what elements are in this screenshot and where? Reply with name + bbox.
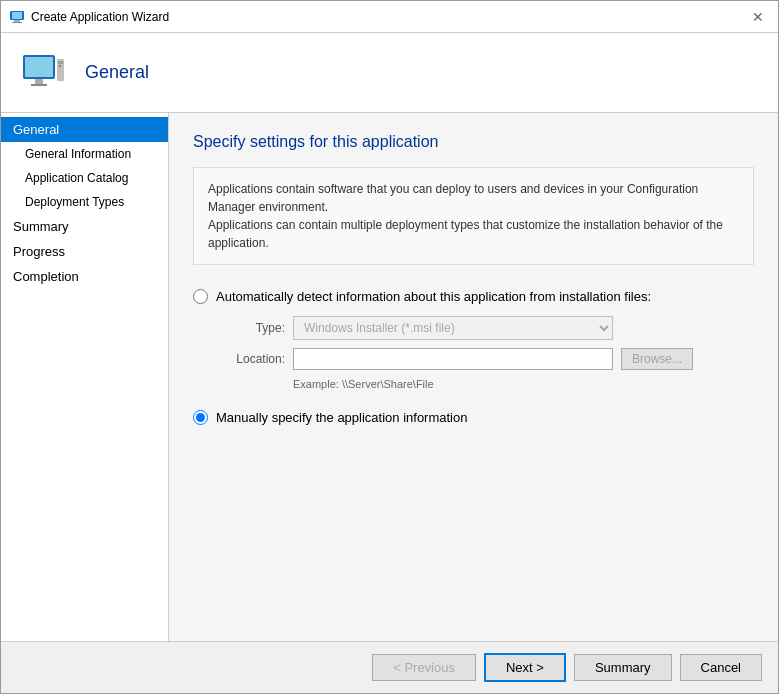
example-text: Example: \\Server\Share\File — [293, 378, 754, 390]
manual-radio[interactable] — [193, 410, 208, 425]
auto-detect-section: Automatically detect information about t… — [193, 289, 754, 390]
type-label: Type: — [215, 321, 285, 335]
description-line2: Applications can contain multiple deploy… — [208, 218, 723, 250]
auto-detect-radio[interactable] — [193, 289, 208, 304]
sidebar-item-application-catalog[interactable]: Application Catalog — [1, 166, 168, 190]
sidebar-item-general-information[interactable]: General Information — [1, 142, 168, 166]
content-area: Specify settings for this application Ap… — [169, 113, 778, 641]
svg-point-10 — [59, 65, 61, 67]
svg-rect-6 — [35, 79, 43, 84]
main-content: General General Information Application … — [1, 113, 778, 641]
header-title: General — [85, 62, 149, 83]
summary-button[interactable]: Summary — [574, 654, 672, 681]
sidebar-item-completion[interactable]: Completion — [1, 264, 168, 289]
sidebar-item-summary[interactable]: Summary — [1, 214, 168, 239]
auto-detect-label[interactable]: Automatically detect information about t… — [216, 289, 651, 304]
title-bar: Create Application Wizard ✕ — [1, 1, 778, 33]
close-button[interactable]: ✕ — [746, 7, 770, 27]
window-icon — [9, 9, 25, 25]
title-bar-left: Create Application Wizard — [9, 9, 169, 25]
svg-rect-7 — [31, 84, 47, 86]
type-field-row: Type: Windows Installer (*.msi file) — [215, 316, 754, 340]
description-box: Applications contain software that you c… — [193, 167, 754, 265]
footer: < Previous Next > Summary Cancel — [1, 641, 778, 693]
location-input[interactable] — [293, 348, 613, 370]
sidebar-item-progress[interactable]: Progress — [1, 239, 168, 264]
svg-rect-5 — [25, 57, 53, 77]
header-computer-icon — [19, 49, 67, 97]
wizard-header: General — [1, 33, 778, 113]
svg-rect-2 — [14, 20, 20, 22]
manual-radio-row: Manually specify the application informa… — [193, 410, 754, 425]
sidebar-item-general[interactable]: General — [1, 117, 168, 142]
sidebar: General General Information Application … — [1, 113, 169, 641]
browse-button[interactable]: Browse... — [621, 348, 693, 370]
auto-detect-radio-row: Automatically detect information about t… — [193, 289, 754, 304]
header-icon-container — [17, 47, 69, 99]
window-title: Create Application Wizard — [31, 10, 169, 24]
cancel-button[interactable]: Cancel — [680, 654, 762, 681]
svg-rect-9 — [58, 61, 63, 64]
sidebar-item-deployment-types[interactable]: Deployment Types — [1, 190, 168, 214]
content-title: Specify settings for this application — [193, 133, 754, 151]
wizard-window: Create Application Wizard ✕ General — [0, 0, 779, 694]
next-button[interactable]: Next > — [484, 653, 566, 682]
auto-detect-fields: Type: Windows Installer (*.msi file) Loc… — [215, 316, 754, 390]
svg-rect-3 — [12, 22, 22, 23]
type-select[interactable]: Windows Installer (*.msi file) — [293, 316, 613, 340]
location-field-row: Location: Browse... — [215, 348, 754, 370]
manual-label[interactable]: Manually specify the application informa… — [216, 410, 467, 425]
location-label: Location: — [215, 352, 285, 366]
description-line1: Applications contain software that you c… — [208, 182, 698, 214]
svg-rect-1 — [12, 12, 22, 19]
previous-button[interactable]: < Previous — [372, 654, 476, 681]
manual-section: Manually specify the application informa… — [193, 410, 754, 425]
